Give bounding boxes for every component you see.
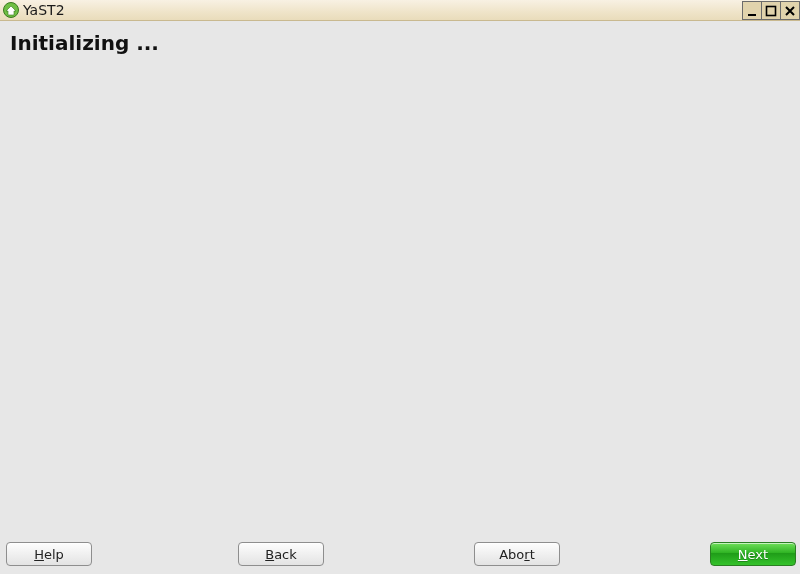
maximize-button[interactable] xyxy=(761,1,781,20)
abort-button-mnemonic: r xyxy=(524,547,529,562)
svg-rect-1 xyxy=(748,14,756,16)
help-button[interactable]: Help xyxy=(6,542,92,566)
help-button-post: elp xyxy=(44,547,64,562)
abort-button-post: t xyxy=(530,547,535,562)
wizard-button-bar: Help Back Abort Next xyxy=(0,540,800,574)
window-title: YaST2 xyxy=(23,0,65,20)
next-button-mnemonic: N xyxy=(738,547,748,562)
next-button-post: ext xyxy=(748,547,769,562)
page-heading: Initializing ... xyxy=(10,31,159,55)
close-button[interactable] xyxy=(780,1,800,20)
back-button[interactable]: Back xyxy=(238,542,324,566)
next-button[interactable]: Next xyxy=(710,542,796,566)
yast-app-icon xyxy=(3,2,19,18)
back-button-mnemonic: B xyxy=(265,547,274,562)
content-area: Initializing ... xyxy=(0,21,800,540)
minimize-button[interactable] xyxy=(742,1,762,20)
abort-button[interactable]: Abort xyxy=(474,542,560,566)
svg-rect-2 xyxy=(767,6,776,15)
abort-button-pre: Abo xyxy=(499,547,524,562)
yast2-window: YaST2 Initializing ... Help Back Abort N… xyxy=(0,0,800,574)
titlebar: YaST2 xyxy=(0,0,800,21)
window-controls xyxy=(743,0,800,21)
back-button-post: ack xyxy=(274,547,297,562)
help-button-mnemonic: H xyxy=(34,547,44,562)
